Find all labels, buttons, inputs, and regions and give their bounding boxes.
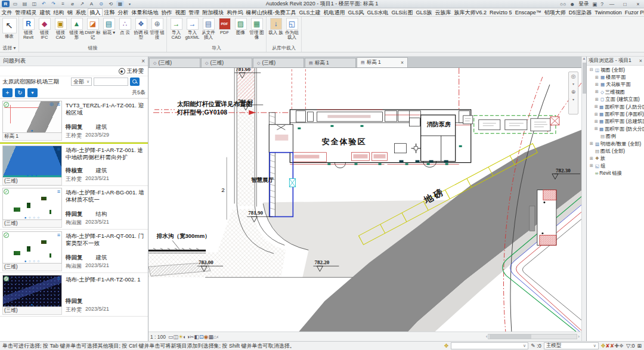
tree-item[interactable]: ⊞ ▦ 天花板平面 xyxy=(587,81,644,88)
ribbon-tab[interactable]: Fuzor Plugin xyxy=(623,8,644,16)
search-icon[interactable]: ○○ xyxy=(560,1,566,7)
issue-list-item[interactable]: ✓ ◎ ≡ ● 标高 1 TVT3_TERZL-F1-A-TZ-001. 迎检区… xyxy=(0,99,148,143)
tree-item[interactable]: ⊞ ◱ 组 xyxy=(587,162,644,169)
ribbon-tab[interactable]: 附加模块 xyxy=(201,8,225,16)
thin-lines-icon[interactable]: ▦ xyxy=(116,1,124,7)
scale-control[interactable]: 1 : 100 xyxy=(150,334,166,340)
tree-expander-icon[interactable]: ⊞ xyxy=(595,119,598,124)
maximize-button[interactable]: □ xyxy=(620,1,630,7)
ribbon-button[interactable]: ◪ DWF 标记 xyxy=(85,17,101,40)
ribbon-tab[interactable]: 建筑 xyxy=(38,8,52,16)
view-tab[interactable]: ◇ (三维) × xyxy=(201,58,252,67)
tree-expander-icon[interactable]: ⊞ xyxy=(589,163,594,168)
project-browser-close-icon[interactable]: × xyxy=(639,58,642,64)
cart-icon[interactable]: ▣ xyxy=(592,1,597,7)
ribbon-button[interactable]: ↓ 载入 族 xyxy=(268,17,284,35)
measure-icon[interactable]: ⌀ xyxy=(69,1,76,7)
navigation-bar[interactable]: ◎ ▾ ⊕ ▾ xyxy=(568,72,578,114)
ribbon-tab[interactable]: 构件坞 xyxy=(225,8,244,16)
tree-item[interactable]: ⊞ ▦ 面积平面 (防火分区面积) xyxy=(587,125,644,132)
ribbon-button[interactable]: ▲ 链接 地形 xyxy=(69,17,85,40)
ribbon-tab[interactable]: 协作 xyxy=(160,8,174,16)
filter-dropdown[interactable]: 全部∨ xyxy=(71,78,92,86)
thin-lines-icon[interactable]: ▭ xyxy=(168,334,174,340)
tree-item[interactable]: ⊞ ▦ 面积平面 (净面积) xyxy=(587,110,644,117)
issue-list-item[interactable]: ✓ ◎ ≡ ● ○ ○ ○ (三维) 场布-土护降-F1-AR-BG-001. … xyxy=(0,186,148,230)
tree-expander-icon[interactable]: ⊟ xyxy=(589,67,594,72)
ribbon-tab[interactable]: Twinmotion xyxy=(593,8,624,16)
background-processes-icon[interactable]: ⊞ xyxy=(637,343,642,349)
exclude-options-icon[interactable]: ✘ xyxy=(605,343,610,349)
issue-thumbnail[interactable]: ✓ ◎ ≡ ● xyxy=(2,275,62,307)
tree-item[interactable]: ⊞ ◻ 立面 (建筑立面) xyxy=(587,96,644,103)
save-icon[interactable]: ◫ xyxy=(30,1,38,7)
settings-icon[interactable]: ❖ xyxy=(619,343,624,349)
steering-wheel-icon[interactable]: ◎ xyxy=(571,73,576,79)
sun-path-icon[interactable]: ☀ xyxy=(178,334,183,340)
tree-expander-icon[interactable]: ⊞ xyxy=(595,97,599,102)
tree-expander-icon[interactable]: ⊞ xyxy=(595,112,598,117)
ribbon-tab[interactable]: GLS水电 xyxy=(366,8,390,16)
tree-expander-icon[interactable]: ⊞ xyxy=(589,141,594,146)
ribbon-tab[interactable]: 文件 xyxy=(0,8,14,16)
chevron-down-icon[interactable]: ▾ xyxy=(572,81,574,87)
add-issue-button[interactable]: + xyxy=(2,88,13,97)
ribbon-tab[interactable]: 销项大师 xyxy=(543,8,567,16)
minimize-button[interactable]: — xyxy=(607,1,617,7)
ribbon-button[interactable]: → 导入 gbXML xyxy=(184,17,200,40)
ribbon-tab[interactable]: 橡树山快模-免费工具 xyxy=(244,8,298,16)
ribbon-tab[interactable]: GLS风 xyxy=(346,8,366,16)
text-icon[interactable]: A xyxy=(88,1,95,7)
issue-list-item[interactable]: ✓ ◎ ≡ ● ● ● (三维) 场布-土护降-F1-AR-TZ-001. 途中… xyxy=(0,143,148,186)
print-icon[interactable]: ≡ xyxy=(59,1,67,7)
ribbon-button[interactable]: ▤ 从文件 插入 xyxy=(200,17,216,40)
select-toggle-icon[interactable]: ✚ xyxy=(614,343,619,349)
ribbon-tab[interactable]: 族库大师V6.2 xyxy=(453,8,488,16)
search-button[interactable] xyxy=(130,78,140,86)
vertical-scrollbar[interactable]: ▲ xyxy=(581,57,586,341)
dimension-icon[interactable]: ↗ xyxy=(78,1,86,7)
tree-item[interactable]: ⊟ ◫ 视图 (全部) xyxy=(587,66,644,73)
drawing-canvas[interactable]: 781.60 781.63 781.90 782.00 782.20 xyxy=(148,67,581,332)
view-tab-close-icon[interactable]: × xyxy=(401,60,404,66)
tree-item[interactable]: ⊞ ▦ 面积平面 (总建筑面积) xyxy=(587,118,644,125)
search-input[interactable] xyxy=(94,78,128,86)
chevron-down-icon[interactable]: ▾ xyxy=(572,97,574,103)
filter-button[interactable]: ▼ xyxy=(27,88,38,97)
issue-list-item[interactable]: ✓ ◎ ≡ ● (三维) 场布-土护降-F1-AR-TZ-002. 1 待回复 xyxy=(0,273,148,317)
ribbon-tab[interactable]: 视图 xyxy=(174,8,187,16)
menu-icon[interactable]: ≡ xyxy=(57,188,60,194)
revit-logo[interactable]: R xyxy=(2,1,10,7)
group-label-select[interactable]: 选择 ▾ xyxy=(1,45,17,52)
ribbon-tab[interactable]: 体量和场地 xyxy=(130,8,160,16)
active-workset-dropdown[interactable]: ∨ xyxy=(451,342,528,349)
issue-thumbnail[interactable]: ✓ ◎ ≡ ● xyxy=(2,101,62,133)
ribbon-button[interactable]: ▣ 链接 CAD xyxy=(52,17,69,40)
refresh-button[interactable]: ↻ xyxy=(15,88,25,97)
ribbon-tab[interactable]: GLS出图 xyxy=(390,8,414,16)
view-tab[interactable]: ◇ (三维) × xyxy=(253,58,304,67)
ribbon-button[interactable]: R 链接 Revit xyxy=(20,17,36,40)
expand-icon[interactable]: ‹ xyxy=(216,334,218,340)
tree-item[interactable]: ▤ 图纸 (全部) xyxy=(587,147,644,154)
modify-button[interactable]: ↖ 修改 xyxy=(1,17,17,39)
section-icon[interactable]: ⟲ xyxy=(107,1,114,7)
close-button[interactable]: × xyxy=(633,1,643,7)
tree-item[interactable]: ⊞ ◇ 三维视图 xyxy=(587,88,644,95)
tree-item[interactable]: ⊞ ▦ 楼层平面 xyxy=(587,73,644,80)
ribbon-tab[interactable]: GLS族 xyxy=(414,8,434,16)
tree-expander-icon[interactable]: ⊞ xyxy=(589,156,594,161)
analytical-icon[interactable]: ▦ xyxy=(208,334,213,340)
ribbon-button[interactable]: ⊕ 管理 链接 xyxy=(149,17,165,40)
hide-elements-icon[interactable]: ⊡ xyxy=(199,334,204,340)
view-tab[interactable]: ▤ 标高 1 × xyxy=(357,57,408,67)
location-pin-icon[interactable]: ◎ xyxy=(49,101,54,107)
ribbon-tab[interactable]: 钢 xyxy=(66,8,74,16)
ribbon-button[interactable]: ▨ 图像 xyxy=(233,17,249,35)
menu-icon[interactable]: ≡ xyxy=(57,232,60,238)
zoom-icon[interactable]: ⊕ xyxy=(571,89,576,95)
open-icon[interactable]: ▤ xyxy=(21,1,29,7)
design-option-dropdown[interactable]: 主模型∨ xyxy=(544,342,599,349)
issue-thumbnail[interactable]: ✓ ◎ ≡ ● ○ ○ ○ xyxy=(2,188,62,220)
ribbon-tab[interactable]: 分析 xyxy=(116,8,130,16)
